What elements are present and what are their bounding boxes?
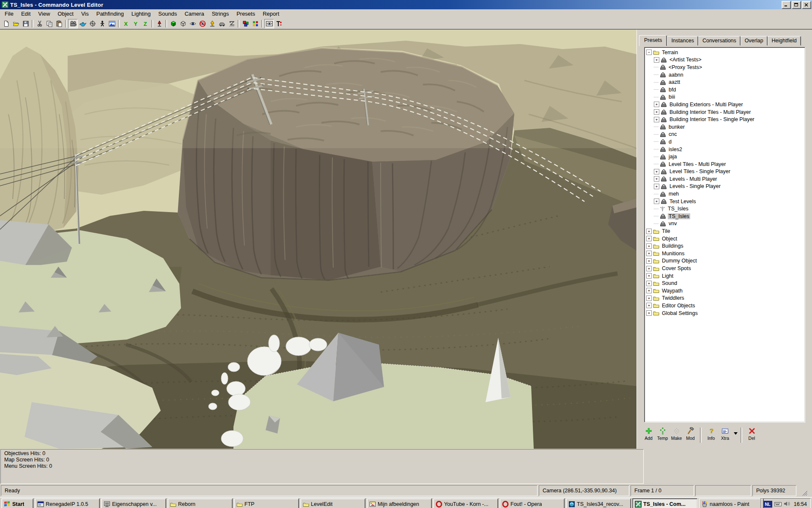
task-fout-opera[interactable]: Fout! - Opera <box>499 498 565 508</box>
tree-row[interactable]: <Proxy Tests> <box>645 64 805 71</box>
expand-toggle-icon[interactable]: + <box>646 236 652 241</box>
mod-button[interactable]: Mod <box>684 427 697 441</box>
tree-item-label[interactable]: cnc <box>668 131 678 137</box>
title-bar[interactable]: TS_Isles - Commando Level Editor <box>0 0 812 9</box>
task-ftp[interactable]: FTP <box>234 498 299 508</box>
expand-toggle-icon[interactable]: + <box>646 303 652 308</box>
toolbar-zone-button[interactable] <box>227 19 236 28</box>
tree-item-label[interactable]: aabnn <box>668 72 684 78</box>
tree-item-label[interactable]: TS_Isles <box>668 213 690 219</box>
expand-toggle-icon[interactable]: + <box>646 310 652 316</box>
expand-toggle-icon[interactable]: + <box>646 295 652 301</box>
task-eigenschappen-v-[interactable]: Eigenschappen v... <box>101 498 166 508</box>
menu-lighting[interactable]: Lighting <box>128 10 155 18</box>
expand-toggle-icon[interactable]: + <box>646 258 652 264</box>
tree-row[interactable]: +Editor Objects <box>645 302 805 309</box>
menu-object[interactable]: Object <box>54 10 77 18</box>
toolbar-gizmo-button[interactable] <box>88 19 97 28</box>
add-button[interactable]: Add <box>642 427 655 441</box>
tree-row[interactable]: aabnn <box>645 71 805 79</box>
toolbar-axis-x-button[interactable]: X <box>121 19 131 28</box>
toolbar-cube-wire-button[interactable] <box>178 19 188 28</box>
tree-item-label[interactable]: Global Settings <box>661 310 699 316</box>
tree-row[interactable]: biii <box>645 94 805 101</box>
tree-item-label[interactable]: Levels - Multi Player <box>669 176 718 182</box>
tree-item-label[interactable]: d <box>668 139 672 145</box>
tree-row[interactable]: +Cover Spots <box>645 265 805 272</box>
tree-row[interactable]: Level Tiles - Multi Player <box>645 160 805 168</box>
minimize-button[interactable] <box>782 1 791 9</box>
toolbar-color-dots-button[interactable] <box>250 19 260 28</box>
expand-toggle-icon[interactable]: + <box>646 243 652 249</box>
task-reborn[interactable]: Reborn <box>167 498 233 508</box>
tree-item-label[interactable]: TS_Isles <box>667 206 689 212</box>
task-naamloos-paint[interactable]: naamloos - Paint <box>699 498 764 508</box>
toolbar-copy-button[interactable] <box>44 19 54 28</box>
expand-toggle-icon[interactable]: + <box>654 199 659 204</box>
temp-button[interactable]: Temp <box>656 427 669 441</box>
tree-row[interactable]: +Dummy Object <box>645 257 805 265</box>
tree-row[interactable]: +Building Exteriors - Multi Player <box>645 101 805 108</box>
tree-row[interactable]: +Levels - Multi Player <box>645 175 805 183</box>
task-youtube-korn-[interactable]: YouTube - Korn -... <box>433 498 498 508</box>
toolbar-sprite-up-button[interactable] <box>207 19 217 28</box>
toolbar-camera-button[interactable] <box>68 19 78 28</box>
tree-item-label[interactable]: Waypath <box>661 288 683 294</box>
tree-item-label[interactable]: Building Exteriors - Multi Player <box>669 102 744 108</box>
tree-item-label[interactable]: <Proxy Tests> <box>668 64 703 70</box>
close-button[interactable] <box>802 1 811 9</box>
tree-row[interactable]: +Buildings <box>645 242 805 250</box>
task-ts-isles-com-[interactable]: TS_Isles - Com... <box>632 498 697 508</box>
task-mijn-afbeeldingen[interactable]: Mijn afbeeldingen <box>367 498 432 508</box>
menu-camera[interactable]: Camera <box>181 10 208 18</box>
tree-row[interactable]: +<Artist Tests> <box>645 56 805 64</box>
expand-toggle-icon[interactable]: + <box>646 229 652 234</box>
tree-row[interactable]: meh <box>645 190 805 198</box>
tree-item-label[interactable]: Object <box>661 236 678 242</box>
toolbar-rgb-cubes-button[interactable] <box>241 19 250 28</box>
collapse-toggle-icon[interactable]: − <box>646 50 652 55</box>
tree-item-label[interactable]: meh <box>668 191 680 197</box>
toolbar-vehicle-button[interactable] <box>217 19 227 28</box>
expand-toggle-icon[interactable]: + <box>646 281 652 286</box>
tree-row[interactable]: +Tile <box>645 227 805 235</box>
preset-tree[interactable]: −Terrain+<Artist Tests><Proxy Tests>aabn… <box>644 47 805 422</box>
maximize-button[interactable] <box>792 1 801 9</box>
tree-row[interactable]: jaja <box>645 153 805 160</box>
tree-item-label[interactable]: Buildings <box>661 243 684 249</box>
tree-row[interactable]: TS_Isles <box>645 205 805 213</box>
tree-row[interactable]: +Light <box>645 272 805 280</box>
tree-row[interactable]: +Munitions <box>645 250 805 257</box>
menu-sounds[interactable]: Sounds <box>154 10 181 18</box>
tab-instances[interactable]: Instances <box>667 36 698 46</box>
toolbar-vis-eye-button[interactable] <box>264 19 274 28</box>
tree-item-label[interactable]: Light <box>661 273 674 279</box>
tree-row[interactable]: bfd <box>645 86 805 94</box>
tree-row[interactable]: isles2 <box>645 146 805 153</box>
tree-item-label[interactable]: Tile <box>661 228 671 234</box>
tree-item-label[interactable]: Levels - Single Player <box>669 183 721 189</box>
expand-toggle-icon[interactable]: + <box>654 117 659 122</box>
tree-item-label[interactable]: isles2 <box>668 146 683 152</box>
clock[interactable]: 16:54 <box>794 501 807 507</box>
expand-toggle-icon[interactable]: + <box>646 288 652 293</box>
tree-row[interactable]: +Building Interior Tiles - Multi Player <box>645 108 805 116</box>
tree-item-label[interactable]: Munitions <box>661 251 686 257</box>
tree-item-label[interactable]: <Artist Tests> <box>669 57 702 63</box>
menu-report[interactable]: Report <box>259 10 283 18</box>
toolbar-paste-button[interactable] <box>54 19 64 28</box>
toolbar-pin-button[interactable] <box>154 19 164 28</box>
toolbar-open-button[interactable] <box>11 19 21 28</box>
make-button[interactable]: Make <box>670 427 683 441</box>
expand-toggle-icon[interactable]: + <box>654 176 659 182</box>
tree-item-label[interactable]: Editor Objects <box>661 303 696 309</box>
tree-item-label[interactable]: bunker <box>668 124 686 130</box>
tree-row[interactable]: +Twiddlers <box>645 295 805 302</box>
tree-row[interactable]: +Building Interior Tiles - Single Player <box>645 116 805 123</box>
tree-row[interactable]: +Level Tiles - Single Player <box>645 168 805 176</box>
expand-toggle-icon[interactable]: + <box>646 273 652 279</box>
expand-toggle-icon[interactable]: + <box>654 109 659 115</box>
toolbar-new-button[interactable] <box>1 19 11 28</box>
tree-row[interactable]: +Waypath <box>645 287 805 295</box>
toolbar-axis-y-button[interactable]: Y <box>131 19 140 28</box>
